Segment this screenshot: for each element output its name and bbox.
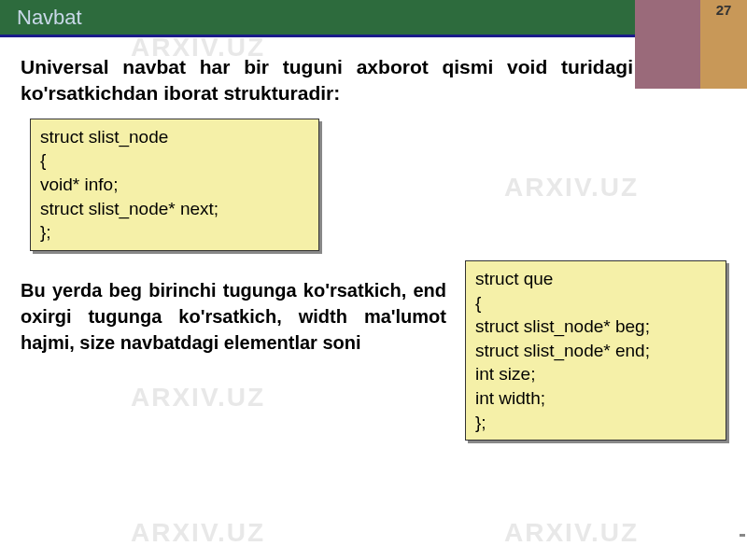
code-block-slist-node: struct slist_node { void* info; struct s…: [30, 119, 319, 251]
code-line: struct slist_node: [40, 125, 309, 149]
code-line: int size;: [475, 362, 716, 386]
header-page-section: 27: [700, 0, 747, 37]
slide-header: Navbat 27: [0, 0, 747, 37]
header-accent-purple: [635, 0, 700, 37]
slide-content: Universal navbat har bir tuguni axborot …: [0, 37, 747, 441]
code-line: void* info;: [40, 173, 309, 197]
description-paragraph: Bu yerda beg birinchi tugunga ko'rsatkic…: [21, 270, 446, 356]
watermark: ARXIV.UZ: [131, 518, 265, 548]
code-line: struct slist_node* beg;: [475, 315, 716, 339]
code-line: struct slist_node* next;: [40, 197, 309, 221]
code-line: struct slist_node* end;: [475, 339, 716, 363]
page-number: 27: [716, 2, 732, 18]
lower-section: Bu yerda beg birinchi tugunga ko'rsatkic…: [21, 270, 726, 441]
slide-title: Navbat: [17, 6, 82, 30]
code-block-que: struct que { struct slist_node* beg; str…: [465, 260, 726, 441]
code-line: {: [475, 291, 716, 315]
code-line: };: [475, 411, 716, 435]
code-line: struct que: [475, 267, 716, 291]
tick-mark: [740, 534, 745, 537]
code-line: };: [40, 220, 309, 245]
watermark: ARXIV.UZ: [504, 518, 639, 548]
intro-paragraph: Universal navbat har bir tuguni axborot …: [21, 54, 726, 107]
header-title-section: Navbat: [0, 0, 635, 37]
code-line: {: [40, 148, 309, 173]
code-line: int width;: [475, 386, 716, 411]
